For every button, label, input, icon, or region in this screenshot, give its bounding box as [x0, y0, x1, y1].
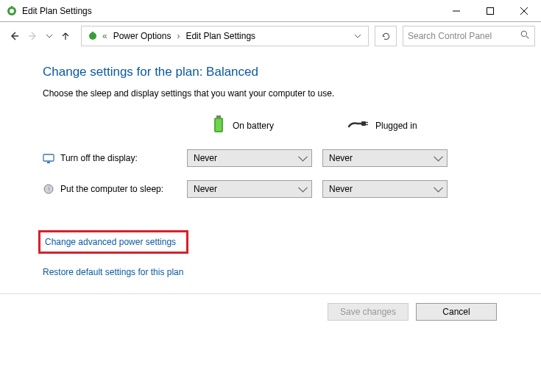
- search-icon: [520, 30, 530, 42]
- cancel-button[interactable]: Cancel: [416, 303, 497, 321]
- window-controls: [439, 0, 541, 22]
- plug-icon: [347, 119, 368, 132]
- change-advanced-link[interactable]: Change advanced power settings: [45, 237, 176, 247]
- svg-rect-13: [216, 115, 221, 118]
- address-dropdown[interactable]: [347, 33, 368, 39]
- svg-rect-1: [11, 6, 13, 9]
- battery-icon: [212, 115, 225, 136]
- breadcrumb-sep: «: [101, 31, 109, 41]
- links-section: Change advanced power settings Restore d…: [43, 230, 534, 277]
- address-bar[interactable]: « Power Options › Edit Plan Settings: [81, 26, 369, 46]
- display-row-label: Turn off the display:: [43, 152, 177, 164]
- breadcrumb-power-options[interactable]: Power Options: [110, 31, 174, 41]
- sleep-label-text: Put the computer to sleep:: [60, 184, 163, 194]
- svg-rect-20: [47, 162, 50, 163]
- monitor-icon: [43, 152, 54, 164]
- minimize-button[interactable]: [439, 0, 473, 22]
- refresh-button[interactable]: [375, 26, 397, 46]
- display-plugged-select[interactable]: Never: [322, 149, 448, 167]
- search-input[interactable]: [408, 31, 520, 41]
- search-box[interactable]: [403, 26, 535, 46]
- content-area: Change settings for the plan: Balanced C…: [0, 50, 541, 277]
- plugged-in-header: Plugged in: [322, 119, 448, 132]
- svg-rect-16: [361, 121, 366, 126]
- chevron-right-icon: ›: [175, 31, 181, 41]
- svg-line-12: [526, 36, 528, 38]
- close-button[interactable]: [507, 0, 541, 22]
- restore-defaults-link[interactable]: Restore default settings for this plan: [43, 267, 534, 277]
- settings-grid: On battery Plugged in Turn off the displ…: [43, 115, 534, 198]
- power-icon: [86, 30, 99, 42]
- svg-rect-15: [216, 119, 222, 131]
- sleep-plugged-select[interactable]: Never: [322, 180, 448, 198]
- sleep-battery-select[interactable]: Never: [187, 180, 312, 198]
- moon-icon: [43, 183, 54, 195]
- recent-dropdown[interactable]: [44, 33, 54, 39]
- forward-button[interactable]: [25, 26, 41, 46]
- plugged-in-label: Plugged in: [375, 121, 417, 131]
- svg-rect-4: [487, 7, 494, 14]
- display-label-text: Turn off the display:: [60, 153, 138, 163]
- page-title: Change settings for the plan: Balanced: [43, 65, 534, 79]
- svg-point-2: [10, 9, 14, 13]
- footer-buttons: Save changes Cancel: [0, 294, 541, 321]
- save-button[interactable]: Save changes: [328, 303, 409, 321]
- titlebar: Edit Plan Settings: [0, 0, 541, 22]
- breadcrumb-edit-plan[interactable]: Edit Plan Settings: [183, 31, 258, 41]
- svg-rect-10: [92, 32, 93, 34]
- back-button[interactable]: [6, 26, 22, 46]
- highlighted-link-box: Change advanced power settings: [38, 230, 188, 254]
- window-title: Edit Plan Settings: [22, 6, 92, 16]
- nav-bar: « Power Options › Edit Plan Settings: [0, 22, 541, 50]
- up-button[interactable]: [57, 26, 74, 46]
- maximize-button[interactable]: [473, 0, 507, 22]
- app-icon: [6, 5, 18, 17]
- svg-rect-19: [43, 154, 54, 161]
- svg-point-11: [521, 31, 526, 36]
- sleep-row-label: Put the computer to sleep:: [43, 183, 177, 195]
- display-battery-select[interactable]: Never: [187, 149, 312, 167]
- on-battery-header: On battery: [187, 115, 312, 136]
- page-subtitle: Choose the sleep and display settings th…: [43, 88, 534, 99]
- on-battery-label: On battery: [233, 121, 274, 131]
